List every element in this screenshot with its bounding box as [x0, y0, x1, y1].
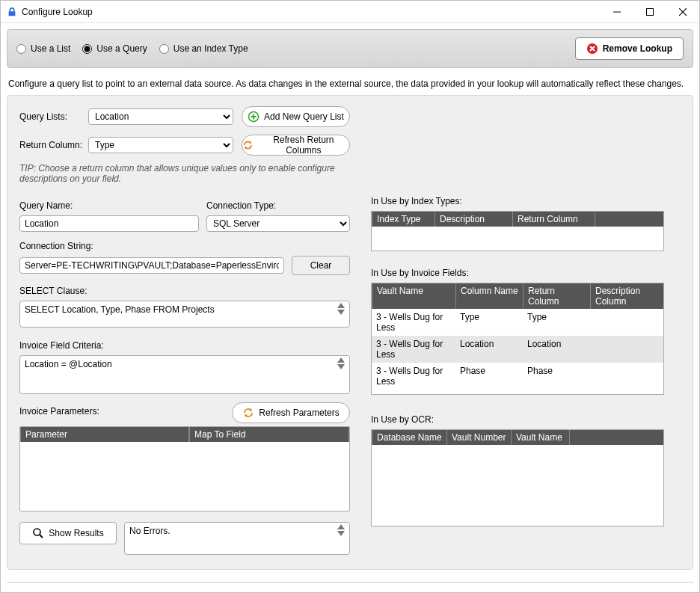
minimize-button[interactable]: [601, 1, 633, 23]
connection-string-input[interactable]: [19, 257, 284, 274]
connection-type-label: Connection Type:: [206, 200, 350, 211]
svg-rect-1: [647, 8, 654, 15]
query-lists-select[interactable]: Location: [88, 108, 233, 125]
tip-text: TIP: Choose a return column that allows …: [19, 163, 350, 184]
select-clause-input[interactable]: SELECT Location, Type, Phase FROM Projec…: [19, 301, 350, 328]
return-column-select[interactable]: Type: [88, 137, 233, 153]
in-use-ocr-label: In Use by OCR:: [371, 414, 664, 425]
connection-string-label: Connection String:: [19, 241, 350, 251]
plus-icon: [248, 111, 260, 123]
spinner-icon[interactable]: [337, 524, 348, 536]
refresh-icon: [242, 139, 254, 151]
query-name-label: Query Name:: [19, 200, 199, 211]
invoice-criteria-input[interactable]: Location = @Location: [19, 355, 350, 394]
main-panel: Query Lists: Location Add New Query List…: [7, 95, 693, 570]
svg-line-7: [40, 535, 43, 538]
invoice-fields-table[interactable]: Vault NameColumn NameReturn ColumnDescri…: [371, 283, 664, 395]
query-name-input[interactable]: [19, 215, 199, 232]
footer: Save Cancel: [7, 582, 693, 593]
return-column-label: Return Column:: [19, 140, 88, 150]
connection-type-select[interactable]: SQL Server: [206, 215, 350, 232]
lock-icon: [7, 7, 17, 17]
svg-point-6: [34, 529, 40, 535]
select-clause-label: SELECT Clause:: [19, 286, 350, 296]
spinner-icon[interactable]: [337, 357, 348, 369]
table-row[interactable]: 3 - Wells Dug for LessTypeType: [372, 309, 663, 336]
mode-bar: Use a List Use a Query Use an Index Type…: [7, 29, 693, 68]
window-title: Configure Lookup: [22, 7, 601, 17]
show-results-button[interactable]: Show Results: [19, 522, 117, 544]
col-map-to-field: Map To Field: [189, 427, 349, 442]
clear-button[interactable]: Clear: [292, 256, 350, 275]
remove-lookup-button[interactable]: Remove Lookup: [575, 37, 684, 60]
query-lists-label: Query Lists:: [19, 111, 88, 122]
remove-icon: [586, 43, 598, 55]
radio-use-query[interactable]: Use a Query: [82, 43, 147, 54]
maximize-button[interactable]: [633, 1, 666, 23]
invoice-criteria-label: Invoice Field Criteria:: [19, 340, 350, 351]
col-parameter: Parameter: [20, 427, 189, 442]
radio-use-list[interactable]: Use a List: [16, 43, 70, 54]
refresh-icon: [242, 407, 254, 419]
close-button[interactable]: [666, 1, 699, 23]
spinner-icon[interactable]: [337, 303, 348, 315]
radio-use-index[interactable]: Use an Index Type: [159, 43, 248, 54]
description-text: Configure a query list to point to an ex…: [1, 74, 699, 95]
refresh-return-columns-button[interactable]: Refresh Return Columns: [242, 135, 350, 156]
in-use-index-label: In Use by Index Types:: [371, 196, 664, 206]
add-query-list-button[interactable]: Add New Query List: [242, 106, 350, 127]
invoice-params-label: Invoice Parameters:: [19, 406, 99, 417]
parameters-grid[interactable]: Parameter Map To Field: [19, 426, 350, 511]
refresh-parameters-button[interactable]: Refresh Parameters: [232, 402, 350, 423]
table-row[interactable]: 3 - Wells Dug for LessLocationLocation: [372, 336, 663, 363]
search-icon: [32, 527, 44, 539]
index-types-table[interactable]: Index Type Description Return Column: [371, 211, 664, 251]
table-row[interactable]: 3 - Wells Dug for LessPhasePhase: [372, 363, 663, 390]
error-output: No Errors.: [124, 522, 350, 555]
titlebar: Configure Lookup: [1, 1, 699, 23]
ocr-table[interactable]: Database Name Vault Number Vault Name: [371, 429, 664, 526]
in-use-invoice-label: In Use by Invoice Fields:: [371, 268, 664, 278]
